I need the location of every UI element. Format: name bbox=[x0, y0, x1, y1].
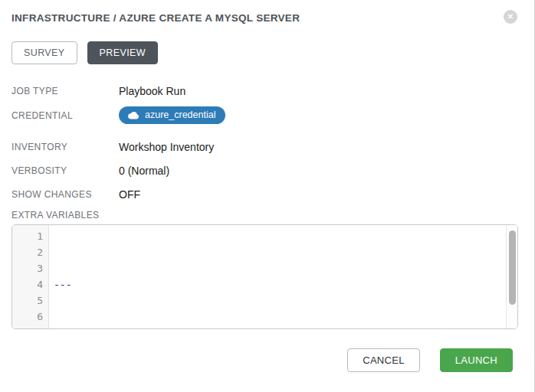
line-number: 7 bbox=[12, 325, 43, 329]
credential-badge: azure_credential bbox=[119, 106, 225, 124]
launch-button[interactable]: LAUNCH bbox=[440, 348, 513, 372]
line-number: 3 bbox=[12, 260, 43, 276]
line-number-gutter: 1 2 3 4 5 6 7 bbox=[12, 225, 49, 328]
tab-bar: SURVEY PREVIEW bbox=[11, 41, 523, 64]
close-icon: ✕ bbox=[507, 13, 514, 21]
line-number: 1 bbox=[12, 228, 43, 244]
field-value: 0 (Normal) bbox=[119, 165, 169, 177]
field-row: SHOW CHANGES OFF OFF bbox=[0, 186, 534, 203]
field-list: JOB TYPE Playbook Run Playbook Run CREDE… bbox=[0, 83, 534, 203]
field-label: VERBOSITY bbox=[0, 165, 119, 176]
extra-variables-label: EXTRA VARIABLES bbox=[0, 210, 534, 220]
dialog-title: INFRASTRUCTURE / AZURE CREATE A MYSQL SE… bbox=[11, 12, 300, 24]
field-label: JOB TYPE bbox=[0, 86, 119, 96]
field-row: JOB TYPE Playbook Run Playbook Run bbox=[0, 83, 534, 100]
field-row: CREDENTIAL azure_credential azure_creden… bbox=[0, 106, 534, 124]
cloud-icon bbox=[127, 111, 139, 119]
dialog-header: INFRASTRUCTURE / AZURE CREATE A MYSQL SE… bbox=[0, 0, 534, 24]
line-number: 5 bbox=[12, 292, 43, 309]
field-value: Playbook Run bbox=[119, 85, 185, 97]
code-line: --- bbox=[54, 276, 517, 292]
yaml-code-area[interactable]: --- resource_group: testrg40 location: e… bbox=[49, 225, 517, 328]
field-label: INVENTORY bbox=[0, 142, 119, 152]
line-number: 2 bbox=[12, 244, 43, 260]
close-button[interactable]: ✕ bbox=[504, 10, 517, 24]
field-row: VERBOSITY 0 (Normal) 0 (Normal) bbox=[0, 162, 534, 179]
editor-scrollbar-thumb[interactable] bbox=[509, 230, 516, 305]
cancel-button[interactable]: CANCEL bbox=[347, 348, 420, 372]
launch-preview-dialog: INFRASTRUCTURE / AZURE CREATE A MYSQL SE… bbox=[0, 0, 535, 392]
line-number: 4 bbox=[12, 276, 43, 292]
editor-scrollbar-track[interactable] bbox=[506, 225, 517, 328]
field-label: CREDENTIAL bbox=[0, 110, 119, 121]
yaml-key: --- bbox=[54, 279, 71, 290]
field-value: Workshop Inventory bbox=[119, 141, 214, 153]
line-number: 6 bbox=[12, 309, 43, 325]
extra-variables-editor[interactable]: 1 2 3 4 5 6 7 --- resource_group: testrg… bbox=[11, 224, 518, 329]
credential-badge-label: azure_credential bbox=[145, 109, 215, 120]
tab-preview[interactable]: PREVIEW bbox=[87, 41, 158, 64]
field-value: OFF bbox=[119, 188, 140, 201]
tab-survey[interactable]: SURVEY bbox=[11, 41, 77, 64]
field-label: SHOW CHANGES bbox=[0, 189, 119, 200]
field-row: INVENTORY Workshop Inventory Workshop In… bbox=[0, 139, 534, 155]
dialog-footer: CANCEL LAUNCH bbox=[347, 348, 513, 372]
